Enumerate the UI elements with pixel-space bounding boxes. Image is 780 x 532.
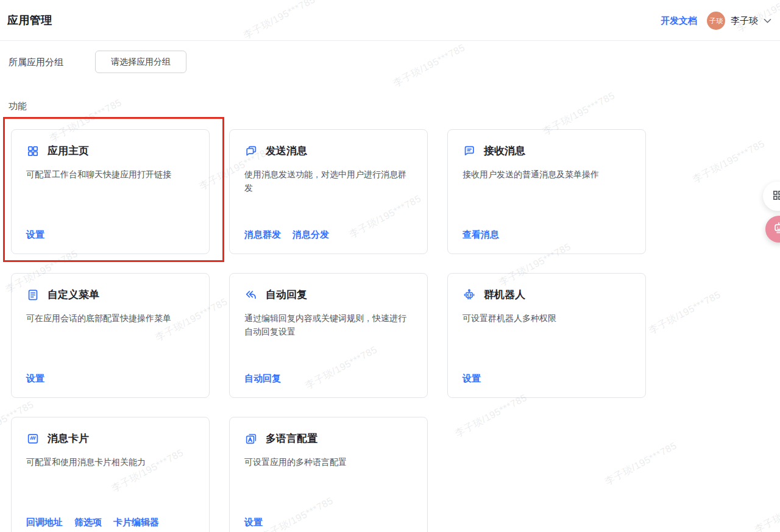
developer-docs-link[interactable]: 开发文档 (661, 15, 697, 27)
callback-url-link[interactable]: 回调地址 (26, 517, 63, 528)
send-message-icon (244, 144, 258, 158)
service-bot-icon (773, 221, 780, 237)
card-send-message: 发送消息 使用消息发送功能，对选中用户进行消息群发 消息群发 消息分发 (229, 129, 428, 254)
avatar[interactable]: 子琰 (707, 12, 725, 30)
card-group-robot: 群机器人 可设置群机器人多种权限 设置 (447, 273, 646, 398)
chevron-down-icon[interactable] (764, 18, 771, 24)
section-label-features: 功能 (9, 101, 27, 112)
floating-service-button[interactable] (765, 216, 780, 243)
card-app-home: 应用主页 可配置工作台和聊天快捷应用打开链接 设置 (11, 129, 210, 254)
message-broadcast-link[interactable]: 消息群发 (244, 229, 281, 241)
card-title: 消息卡片 (48, 431, 89, 445)
card-auto-reply: 自动回复 通过编辑回复内容或关键词规则，快速进行自动回复设置 自动回复 (229, 273, 428, 398)
username: 李子琰 (731, 15, 758, 27)
card-desc: 使用消息发送功能，对选中用户进行消息群发 (244, 168, 413, 194)
app-home-icon (26, 144, 40, 158)
card-desc: 可配置和使用消息卡片相关能力 (26, 455, 194, 469)
message-card-icon (26, 432, 40, 445)
header: 应用管理 开发文档 子琰 李子琰 (0, 0, 780, 41)
filter-options-link[interactable]: 筛选项 (74, 517, 102, 528)
card-desc: 可设置应用的多种语言配置 (244, 455, 413, 469)
card-title: 自动回复 (266, 288, 307, 302)
card-title: 应用主页 (48, 144, 89, 158)
card-custom-menu: 自定义菜单 可在应用会话的底部配置快捷操作菜单 设置 (11, 273, 210, 398)
user-menu[interactable]: 子琰 李子琰 (707, 12, 771, 30)
message-distribute-link[interactable]: 消息分发 (292, 229, 329, 241)
receive-message-icon (463, 144, 476, 158)
card-desc: 通过编辑回复内容或关键词规则，快速进行自动回复设置 (244, 311, 413, 338)
auto-reply-icon (244, 288, 258, 302)
card-message-card: 消息卡片 可配置和使用消息卡片相关能力 回调地址 筛选项 卡片编辑器 (11, 417, 210, 532)
custom-menu-settings-link[interactable]: 设置 (26, 373, 44, 385)
card-editor-link[interactable]: 卡片编辑器 (113, 517, 159, 528)
floating-grid-button[interactable] (763, 182, 780, 211)
group-robot-icon (463, 288, 476, 302)
card-title: 多语言配置 (266, 431, 317, 445)
grid-icon (773, 190, 780, 203)
app-group-select-placeholder: 请选择应用分组 (111, 57, 171, 68)
app-group-select[interactable]: 请选择应用分组 (95, 51, 186, 73)
card-desc: 接收用户发送的普通消息及菜单操作 (463, 168, 631, 181)
card-receive-message: 接收消息 接收用户发送的普通消息及菜单操作 查看消息 (447, 129, 646, 254)
app-group-filter-label: 所属应用分组 (9, 57, 63, 68)
feature-cards-grid: 应用主页 可配置工作台和聊天快捷应用打开链接 设置 发送消息 使用消息发送功能，… (11, 129, 646, 532)
custom-menu-icon (26, 288, 40, 302)
view-messages-link[interactable]: 查看消息 (463, 229, 499, 241)
card-title: 发送消息 (266, 144, 307, 158)
page-title: 应用管理 (7, 13, 52, 27)
header-actions: 开发文档 子琰 李子琰 (661, 11, 771, 30)
card-title: 自定义菜单 (48, 288, 99, 302)
card-desc: 可配置工作台和聊天快捷应用打开链接 (26, 168, 194, 181)
app-home-settings-link[interactable]: 设置 (26, 229, 44, 241)
card-title: 群机器人 (484, 288, 525, 302)
i18n-settings-link[interactable]: 设置 (244, 517, 263, 528)
card-title: 接收消息 (484, 144, 525, 158)
card-i18n-config: 多语言配置 可设置应用的多种语言配置 设置 (229, 417, 428, 532)
group-robot-settings-link[interactable]: 设置 (463, 373, 481, 385)
card-desc: 可设置群机器人多种权限 (463, 311, 631, 325)
auto-reply-link[interactable]: 自动回复 (244, 373, 281, 385)
card-desc: 可在应用会话的底部配置快捷操作菜单 (26, 311, 194, 325)
i18n-icon (244, 432, 258, 445)
